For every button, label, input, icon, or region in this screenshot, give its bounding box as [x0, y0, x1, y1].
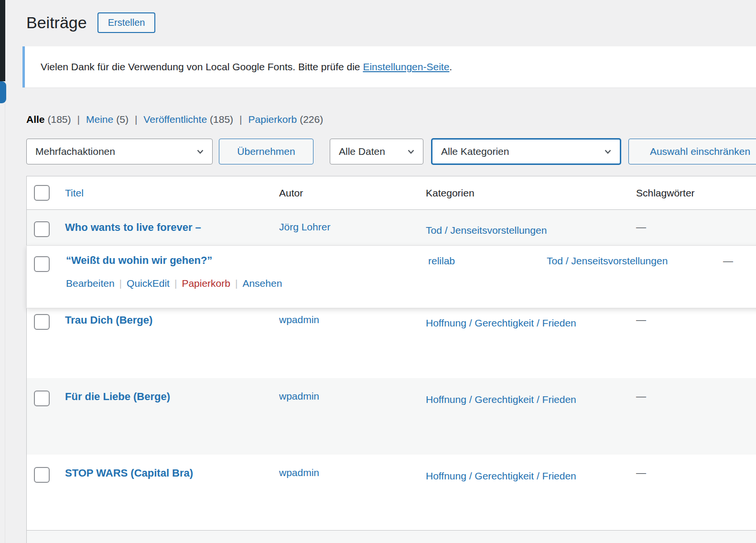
author-link[interactable]: wpadmin	[279, 391, 319, 402]
notice-text-before: Vielen Dank für die Verwendung von Local…	[41, 61, 363, 72]
chevron-down-icon	[603, 146, 613, 157]
category-link[interactable]: Tod / Jenseitsvorstellungen	[547, 255, 668, 266]
row-checkbox[interactable]	[34, 391, 50, 406]
filter-button[interactable]: Auswahl einschränken	[628, 139, 756, 164]
action-separator: |	[235, 278, 238, 289]
header-tags: Schlagwörter	[629, 187, 756, 199]
list-toolbar: Mehrfachaktionen Übernehmen Alle Daten A…	[26, 139, 756, 164]
author-link[interactable]: Jörg Lohrer	[279, 221, 330, 232]
post-categories-cell: Tod / Jenseitsvorstellungen	[419, 221, 629, 239]
category-link[interactable]: Tod / Jenseitsvorstellungen	[426, 221, 547, 239]
view-trash-label[interactable]: Papierkorb	[248, 114, 297, 125]
admin-menu-active-indicator	[0, 81, 6, 103]
post-tags-cell: —	[629, 391, 756, 402]
post-tags-cell: —	[629, 314, 756, 326]
post-author-cell: Jörg Lohrer	[272, 221, 419, 233]
row-actions: Bearbeiten|QuickEdit|Papierkorb|Ansehen	[66, 278, 282, 289]
date-filter-select[interactable]: Alle Daten	[330, 139, 423, 164]
category-filter-select[interactable]: Alle Kategorien	[432, 139, 621, 164]
view-published[interactable]: Veröffentlichte(185)	[143, 114, 233, 125]
post-author-cell: relilab	[428, 255, 455, 267]
header-categories: Kategorien	[419, 187, 629, 199]
category-link[interactable]: Hoffnung / Gerechtigkeit / Frieden	[426, 314, 576, 332]
view-trash[interactable]: Papierkorb(226)	[248, 114, 324, 125]
apply-button[interactable]: Übernehmen	[219, 139, 313, 164]
table-header-row: Titel Autor Kategorien Schlagwörter	[27, 176, 756, 210]
view-filters: Alle(185) | Meine(5) | Veröffentlichte(1…	[26, 114, 323, 125]
view-action-link[interactable]: Ansehen	[242, 278, 282, 289]
post-title-link[interactable]: “Weißt du wohin wir gehen?”	[66, 254, 212, 266]
checkbox-cell	[27, 391, 58, 406]
checkbox-cell	[27, 221, 58, 237]
header-checkbox-cell	[27, 185, 58, 201]
post-categories-cell: Hoffnung / Gerechtigkeit / Frieden	[419, 467, 629, 485]
post-author-cell: wpadmin	[272, 314, 419, 326]
no-tags-dash: —	[636, 391, 646, 402]
chevron-down-icon	[406, 146, 416, 157]
post-categories-cell: Tod / Jenseitsvorstellungen	[547, 255, 668, 267]
view-mine[interactable]: Meine(5)	[86, 114, 129, 125]
post-title-link[interactable]: Für die Liebe (Berge)	[65, 391, 170, 402]
admin-menu-edge	[0, 0, 5, 81]
table-row: Für die Liebe (Berge) wpadmin Hoffnung /…	[27, 378, 756, 455]
post-author-cell: wpadmin	[272, 391, 419, 402]
row-checkbox[interactable]	[34, 256, 50, 272]
trash-action-link[interactable]: Papierkorb	[182, 278, 230, 289]
quick-edit-action-link[interactable]: QuickEdit	[127, 278, 170, 289]
page-title: Beiträge	[26, 13, 87, 32]
no-tags-dash: —	[636, 221, 646, 232]
view-mine-count: (5)	[116, 114, 129, 125]
notice-banner: Vielen Dank für die Verwendung von Local…	[22, 46, 756, 87]
settings-page-link[interactable]: Einstellungen-Seite	[363, 61, 449, 72]
table-footer-edge	[27, 530, 756, 543]
bulk-actions-select[interactable]: Mehrfachaktionen	[26, 139, 213, 164]
post-categories-cell: Hoffnung / Gerechtigkeit / Frieden	[419, 314, 629, 332]
post-title-cell: Für die Liebe (Berge)	[58, 391, 272, 403]
no-tags-dash: —	[636, 467, 646, 478]
page-header: Beiträge Erstellen	[26, 12, 155, 33]
post-title-cell: Who wants to live forever –	[58, 221, 272, 234]
post-categories-cell: Hoffnung / Gerechtigkeit / Frieden	[419, 391, 629, 409]
view-all-label[interactable]: Alle	[26, 114, 45, 125]
category-filter-value: Alle Kategorien	[441, 146, 509, 157]
notice-text: Vielen Dank für die Verwendung von Local…	[41, 61, 452, 73]
table-row: STOP WARS (Capital Bra) wpadmin Hoffnung…	[27, 455, 756, 530]
author-link[interactable]: relilab	[428, 255, 455, 266]
view-mine-label[interactable]: Meine	[86, 114, 113, 125]
bulk-actions-value: Mehrfachaktionen	[35, 146, 115, 157]
row-checkbox[interactable]	[34, 221, 50, 237]
view-published-count: (185)	[210, 114, 233, 125]
no-tags-dash: —	[723, 255, 733, 267]
category-link[interactable]: Hoffnung / Gerechtigkeit / Frieden	[426, 391, 576, 409]
table-row: Trau Dich (Berge) wpadmin Hoffnung / Ger…	[27, 302, 756, 378]
posts-table: Titel Autor Kategorien Schlagwörter Who …	[26, 176, 756, 543]
action-separator: |	[174, 278, 177, 289]
view-separator: |	[135, 114, 137, 125]
action-separator: |	[119, 278, 122, 289]
author-link[interactable]: wpadmin	[279, 467, 319, 478]
post-title-link[interactable]: Trau Dich (Berge)	[65, 314, 152, 326]
sort-by-title-link[interactable]: Titel	[65, 187, 84, 198]
category-link[interactable]: Hoffnung / Gerechtigkeit / Frieden	[426, 467, 576, 485]
checkbox-cell	[27, 467, 58, 483]
create-post-button[interactable]: Erstellen	[97, 12, 156, 33]
notice-text-after: .	[449, 61, 452, 72]
post-title-link[interactable]: STOP WARS (Capital Bra)	[65, 467, 193, 479]
edit-action-link[interactable]: Bearbeiten	[66, 278, 115, 289]
view-published-label[interactable]: Veröffentlichte	[143, 114, 207, 125]
header-title: Titel	[58, 187, 272, 199]
row-checkbox[interactable]	[34, 314, 50, 330]
post-author-cell: wpadmin	[272, 467, 419, 478]
checkbox-cell	[27, 256, 50, 272]
chevron-down-icon	[195, 146, 205, 157]
select-all-checkbox[interactable]	[34, 185, 50, 201]
hovered-post-row: “Weißt du wohin wir gehen?” Bearbeiten|Q…	[26, 245, 756, 308]
author-link[interactable]: wpadmin	[279, 314, 319, 325]
view-separator: |	[77, 114, 80, 125]
post-title-link[interactable]: Who wants to live forever –	[65, 221, 201, 233]
view-all-count: (185)	[48, 114, 71, 125]
row-checkbox[interactable]	[34, 467, 50, 483]
view-all[interactable]: Alle(185)	[26, 114, 71, 125]
post-tags-cell: —	[629, 221, 756, 233]
post-title-cell: “Weißt du wohin wir gehen?”	[66, 254, 212, 267]
